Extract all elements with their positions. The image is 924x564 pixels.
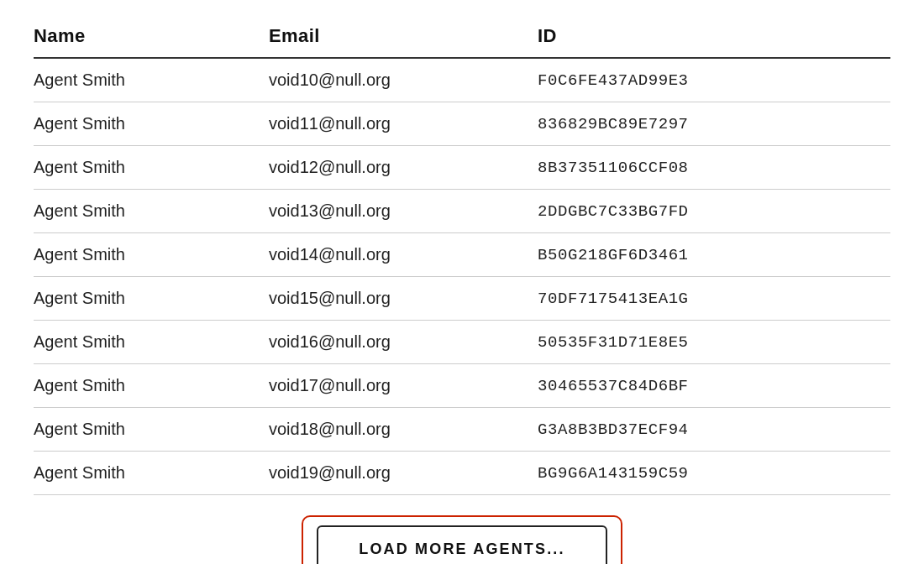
col-id-header: ID [538,25,890,47]
col-email-header: Email [269,25,538,47]
cell-name: Agent Smith [34,201,269,221]
table-row: Agent Smithvoid15@null.org70DF7175413EA1… [34,277,890,321]
cell-id: B50G218GF6D3461 [538,246,890,264]
cell-email: void11@null.org [269,114,538,133]
cell-id: 70DF7175413EA1G [538,290,890,308]
cell-id: 2DDGBC7C33BG7FD [538,202,890,221]
agents-table: Name Email ID Agent Smithvoid10@null.org… [34,25,890,564]
cell-email: void13@null.org [269,201,538,221]
cell-id: F0C6FE437AD99E3 [538,71,890,90]
table-row: Agent Smithvoid12@null.org8B37351106CCF0… [34,146,890,190]
cell-id: 836829BC89E7297 [538,115,890,133]
cell-email: void14@null.org [269,245,538,264]
col-name-header: Name [34,25,269,47]
cell-email: void10@null.org [269,70,538,90]
table-body: Agent Smithvoid10@null.orgF0C6FE437AD99E… [34,59,890,495]
cell-id: G3A8B3BD37ECF94 [538,420,890,439]
cell-email: void15@null.org [269,289,538,308]
cell-email: void19@null.org [269,463,538,483]
table-row: Agent Smithvoid14@null.orgB50G218GF6D346… [34,233,890,277]
cell-email: void17@null.org [269,376,538,395]
cell-id: 30465537C84D6BF [538,377,890,395]
cell-email: void16@null.org [269,332,538,352]
table-row: Agent Smithvoid10@null.orgF0C6FE437AD99E… [34,59,890,102]
cell-id: 8B37351106CCF08 [538,159,890,177]
load-more-button[interactable]: LOAD MORE AGENTS... [317,525,606,564]
cell-email: void18@null.org [269,420,538,439]
cell-name: Agent Smith [34,70,269,90]
load-more-highlight: LOAD MORE AGENTS... [302,515,622,564]
table-header: Name Email ID [34,25,890,59]
cell-name: Agent Smith [34,463,269,483]
cell-name: Agent Smith [34,420,269,439]
table-row: Agent Smithvoid18@null.orgG3A8B3BD37ECF9… [34,408,890,452]
table-row: Agent Smithvoid13@null.org2DDGBC7C33BG7F… [34,190,890,233]
load-more-wrapper: LOAD MORE AGENTS... [34,495,890,564]
cell-email: void12@null.org [269,158,538,177]
table-row: Agent Smithvoid11@null.org836829BC89E729… [34,102,890,146]
cell-name: Agent Smith [34,158,269,177]
cell-id: BG9G6A143159C59 [538,464,890,483]
cell-name: Agent Smith [34,289,269,308]
cell-name: Agent Smith [34,332,269,352]
cell-name: Agent Smith [34,245,269,264]
cell-name: Agent Smith [34,114,269,133]
table-row: Agent Smithvoid17@null.org30465537C84D6B… [34,364,890,408]
table-row: Agent Smithvoid16@null.org50535F31D71E8E… [34,321,890,364]
cell-id: 50535F31D71E8E5 [538,333,890,352]
table-row: Agent Smithvoid19@null.orgBG9G6A143159C5… [34,452,890,495]
cell-name: Agent Smith [34,376,269,395]
